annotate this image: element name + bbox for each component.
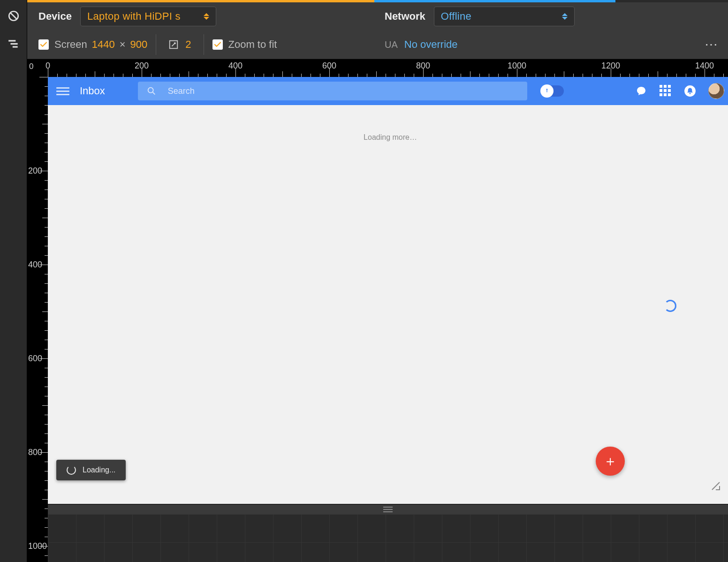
toast-text: Loading... [83, 466, 115, 474]
side-spinner-icon [664, 300, 676, 312]
search-input[interactable]: Search [138, 82, 527, 100]
hangouts-icon[interactable] [635, 85, 647, 97]
dpr-icon [168, 39, 179, 50]
ua-label: UA [385, 39, 398, 50]
svg-point-6 [148, 88, 153, 93]
toolbar-row-2: Screen 1440 × 900 2 Zoom to fit UA [27, 30, 728, 59]
search-icon [146, 86, 157, 96]
ruler-h-label: 400 [228, 61, 243, 71]
simulated-page: Inbox Search [48, 77, 728, 504]
select-caret-icon [560, 12, 569, 21]
devtools-left-rail [0, 0, 27, 562]
screen-height[interactable]: 900 [130, 38, 148, 51]
screen-label: Screen [54, 38, 87, 51]
device-label: Device [38, 10, 72, 23]
ruler-h-label: 1200 [601, 61, 620, 71]
svg-point-9 [690, 93, 691, 94]
more-menu-icon[interactable]: ⋯ [705, 37, 719, 52]
network-label: Network [385, 10, 425, 23]
divider [204, 34, 204, 55]
network-select[interactable]: Offline [434, 7, 575, 26]
svg-rect-2 [8, 40, 15, 41]
ruler-origin: 0 [29, 62, 33, 71]
ruler-horizontal: 0 0200400600800100012001400 [27, 59, 728, 77]
select-caret-icon [202, 12, 211, 21]
zoom-label: Zoom to fit [228, 38, 277, 51]
ruler-h-label: 800 [416, 61, 430, 71]
waterfall-icon[interactable] [6, 37, 21, 52]
ruler-h-label: 600 [322, 61, 336, 71]
ruler-v-label: 400 [28, 260, 42, 270]
ruler-v-label: 600 [28, 354, 42, 364]
svg-rect-4 [12, 46, 17, 47]
ruler-h-label: 200 [135, 61, 149, 71]
inbox-header: Inbox Search [48, 77, 728, 105]
search-placeholder: Search [168, 86, 195, 96]
svg-line-7 [153, 92, 155, 95]
ua-value[interactable]: No override [404, 38, 458, 51]
notifications-icon[interactable] [684, 85, 696, 97]
svg-line-1 [10, 13, 16, 19]
resize-corner-icon[interactable] [711, 481, 720, 491]
device-viewport: Inbox Search [48, 77, 728, 562]
drawer-console [48, 514, 728, 562]
ruler-v-label: 200 [28, 166, 42, 176]
apps-grid-icon[interactable] [660, 85, 672, 97]
ruler-vertical: 2004006008001000 [27, 77, 48, 562]
drawer-grip[interactable] [48, 505, 728, 514]
divider [156, 34, 156, 55]
ruler-h-label: 1400 [695, 61, 714, 71]
svg-rect-3 [10, 43, 17, 45]
spinner-icon [67, 465, 76, 475]
ruler-v-label: 1000 [28, 541, 47, 551]
ruler-h-label: 0 [46, 61, 50, 71]
inbox-title: Inbox [80, 85, 105, 97]
hamburger-icon[interactable] [56, 84, 69, 98]
compose-fab[interactable]: ＋ [596, 447, 625, 476]
device-select[interactable]: Laptop with HiDPI s [80, 7, 216, 26]
loading-more-text: Loading more… [48, 133, 728, 142]
toolbar-row-1: Device Laptop with HiDPI s Network Offli… [27, 2, 728, 30]
loading-toast: Loading... [56, 460, 126, 480]
dpr-value[interactable]: 2 [185, 38, 191, 51]
avatar[interactable] [708, 83, 724, 99]
screen-checkbox[interactable] [38, 39, 49, 50]
zoom-checkbox[interactable] [212, 39, 223, 50]
dimension-x: × [120, 38, 126, 51]
plus-icon: ＋ [603, 454, 617, 468]
pin-icon [540, 84, 554, 98]
ruler-v-label: 800 [28, 448, 42, 457]
no-entry-icon[interactable] [6, 8, 21, 23]
screen-width[interactable]: 1440 [92, 38, 115, 51]
ruler-h-label: 1000 [508, 61, 526, 71]
pin-toggle[interactable] [540, 85, 564, 97]
